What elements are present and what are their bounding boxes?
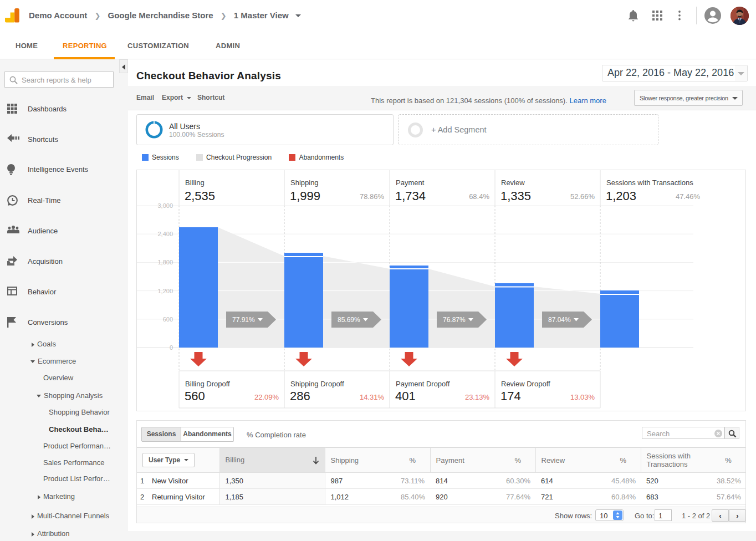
svg-text:77.91%: 77.91%: [232, 316, 255, 324]
svg-text:85.69%: 85.69%: [338, 316, 360, 324]
svg-text:87.04%: 87.04%: [548, 316, 571, 324]
svg-text:1,800: 1,800: [157, 259, 173, 266]
svg-text:600: 600: [163, 316, 173, 323]
svg-text:0: 0: [170, 344, 173, 351]
svg-text:2,400: 2,400: [157, 231, 173, 237]
svg-text:3,000: 3,000: [157, 202, 173, 209]
svg-text:76.87%: 76.87%: [443, 316, 466, 324]
svg-text:1,200: 1,200: [157, 288, 173, 294]
